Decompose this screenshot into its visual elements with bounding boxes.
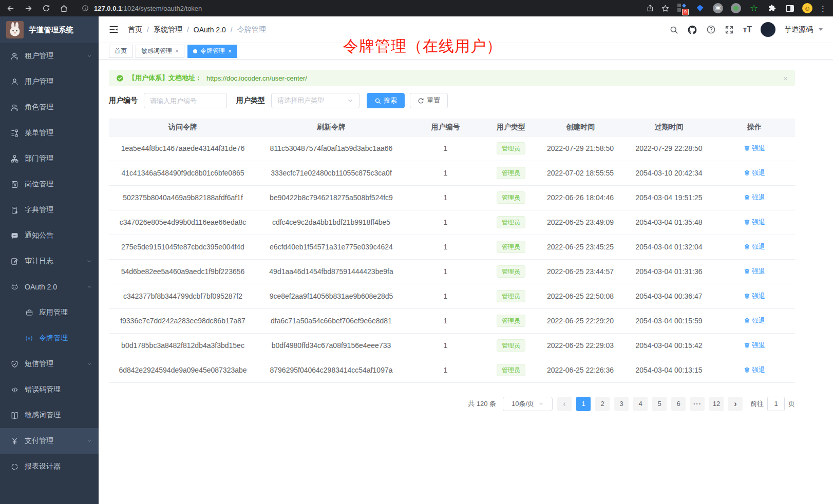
post-badge-icon xyxy=(10,180,19,189)
tab-首页[interactable]: 首页 xyxy=(109,45,132,58)
extension-recorder-icon[interactable] xyxy=(730,3,742,14)
sidebar-item-通知公告[interactable]: 通知公告 xyxy=(0,223,99,248)
doc-link[interactable]: https://doc.iocoder.cn/user-center/ xyxy=(206,74,307,82)
force-logout-button[interactable]: 强退 xyxy=(744,292,765,301)
bookmark-star-icon[interactable] xyxy=(661,4,670,13)
github-icon[interactable] xyxy=(687,25,697,35)
breadcrumb-item[interactable]: 首页 xyxy=(128,25,142,34)
sidebar-item-令牌管理[interactable]: A 令牌管理 xyxy=(0,325,99,351)
sensitive-word-icon xyxy=(10,411,19,420)
browser-back-icon[interactable] xyxy=(6,4,15,13)
sidebar-item-应用管理[interactable]: 应用管理 xyxy=(0,300,99,325)
search-button[interactable]: 搜索 xyxy=(367,93,405,108)
sidebar-item-菜单管理[interactable]: 菜单管理 xyxy=(0,120,99,146)
tab-close-icon[interactable]: × xyxy=(228,48,232,54)
extension-command-icon[interactable]: ⌘ xyxy=(712,3,724,14)
browser-home-icon[interactable] xyxy=(60,4,68,13)
chevron-down-icon[interactable] xyxy=(819,28,823,31)
refresh-token-cell: 811c530487574fa0af1a59d3abc1aa66 xyxy=(257,136,406,161)
force-logout-button[interactable]: 强退 xyxy=(744,267,765,276)
force-logout-button[interactable]: 强退 xyxy=(744,242,765,251)
browser-menu-icon[interactable]: ⋮ xyxy=(819,5,827,12)
extension-star-icon[interactable]: ☆ xyxy=(748,3,760,14)
tab-close-icon[interactable]: × xyxy=(175,48,179,54)
page-button-6[interactable]: 6 xyxy=(671,397,686,411)
goto-page-input[interactable] xyxy=(767,397,785,411)
tab-敏感词管理[interactable]: 敏感词管理 × xyxy=(136,45,184,58)
extension-gem-icon[interactable] xyxy=(694,3,706,14)
app-logo[interactable]: 芋道管理系统 xyxy=(0,16,99,43)
refresh-token-cell: cdfc4ce9c2da4bb1bdf21b9918ff4be5 xyxy=(257,210,406,235)
page-button-1[interactable]: 1 xyxy=(576,397,591,411)
sidebar-item-报表设计器[interactable]: 报表设计器 xyxy=(0,454,99,479)
force-logout-button[interactable]: 强退 xyxy=(744,193,765,202)
next-page-button[interactable]: › xyxy=(728,397,743,411)
sidebar-item-错误码管理[interactable]: 错误码管理 xyxy=(0,377,99,402)
user-type-badge: 管理员 xyxy=(497,191,525,204)
browser-reload-icon[interactable] xyxy=(42,4,50,12)
sidebar-item-审计日志[interactable]: 审计日志 xyxy=(0,248,99,274)
force-logout-button[interactable]: 强退 xyxy=(744,341,765,350)
column-header: 用户编号 xyxy=(406,119,485,136)
user-id-cell: 1 xyxy=(406,161,485,185)
created-time-cell: 2022-06-25 23:44:57 xyxy=(537,259,624,284)
fullscreen-icon[interactable] xyxy=(725,25,734,34)
page-button-2[interactable]: 2 xyxy=(595,397,610,411)
address-bar[interactable]: 127.0.0.1:1024/system/oauth2/token xyxy=(77,2,639,14)
sidebar-item-字典管理[interactable]: 字典管理 xyxy=(0,197,99,223)
reset-button[interactable]: 重置 xyxy=(410,93,448,108)
sidebar-collapse-icon[interactable] xyxy=(109,25,119,34)
extension-sidepanel-icon[interactable] xyxy=(784,3,796,14)
breadcrumb-item[interactable]: OAuth 2.0 xyxy=(194,26,226,34)
breadcrumb-item[interactable]: 系统管理 xyxy=(154,25,182,34)
user-type-badge: 管理员 xyxy=(497,339,525,352)
extension-puzzle-icon[interactable] xyxy=(766,3,778,14)
force-logout-button[interactable]: 强退 xyxy=(744,316,765,325)
trash-icon xyxy=(744,366,750,373)
browser-profile-avatar[interactable]: ☺ xyxy=(802,3,812,13)
search-icon[interactable] xyxy=(669,25,678,34)
sidebar-item-短信管理[interactable]: 短信管理 xyxy=(0,351,99,377)
browser-forward-icon[interactable] xyxy=(24,4,33,13)
sidebar-item-支付管理[interactable]: 支付管理 xyxy=(0,428,99,454)
tab-令牌管理[interactable]: 令牌管理 × xyxy=(187,45,237,58)
prev-page-button[interactable]: ‹ xyxy=(557,397,572,411)
page-button-4[interactable]: 4 xyxy=(633,397,648,411)
alert-close-icon[interactable]: × xyxy=(783,74,788,83)
force-logout-button[interactable]: 强退 xyxy=(744,218,765,227)
user-type-cell: 管理员 xyxy=(485,185,537,210)
sidebar-item-OAuth 2.0[interactable]: OAuth 2.0 xyxy=(0,274,99,300)
page-more-button[interactable]: ··· xyxy=(690,397,705,411)
sidebar-item-用户管理[interactable]: 用户管理 xyxy=(0,69,99,94)
force-logout-button[interactable]: 强退 xyxy=(744,168,765,178)
user-type-badge: 管理员 xyxy=(497,364,525,376)
sidebar-item-敏感词管理[interactable]: 敏感词管理 xyxy=(0,402,99,428)
help-icon[interactable] xyxy=(706,25,716,34)
access-token-cell: 41c41346a548490f9dc8b01c6bfe0865 xyxy=(109,161,257,185)
column-header: 创建时间 xyxy=(537,119,624,136)
force-logout-button[interactable]: 强退 xyxy=(744,365,765,375)
page-size-select[interactable]: 10条/页 xyxy=(503,397,553,411)
refresh-token-cell: dfa6c71a50a54c66bef706ef9e6e8d81 xyxy=(257,308,406,333)
share-icon[interactable] xyxy=(646,4,654,12)
page-button-5[interactable]: 5 xyxy=(652,397,667,411)
user-type-select[interactable]: 请选择用户类型 xyxy=(271,93,359,108)
trash-icon xyxy=(744,293,750,299)
expire-time-cell: 2054-03-04 00:13:15 xyxy=(624,358,714,382)
page-button-12[interactable]: 12 xyxy=(709,397,724,411)
expire-time-cell: 2054-03-04 00:15:42 xyxy=(624,333,714,358)
column-header: 用户类型 xyxy=(485,119,537,136)
extension-tampermonkey-icon[interactable]: 9 xyxy=(676,3,688,14)
force-logout-button[interactable]: 强退 xyxy=(744,144,765,153)
user-avatar[interactable] xyxy=(761,22,775,37)
font-size-icon[interactable]: тT xyxy=(743,25,752,34)
sidebar-item-部门管理[interactable]: 部门管理 xyxy=(0,146,99,171)
sidebar-item-租户管理[interactable]: 租户管理 xyxy=(0,43,99,69)
username[interactable]: 芋道源码 xyxy=(784,25,813,34)
sidebar-item-岗位管理[interactable]: 岗位管理 xyxy=(0,171,99,197)
page-button-3[interactable]: 3 xyxy=(614,397,629,411)
sidebar-item-角色管理[interactable]: 角色管理 xyxy=(0,94,99,120)
column-header: 过期时间 xyxy=(624,119,714,136)
user-id-input[interactable] xyxy=(144,93,227,108)
site-info-icon[interactable] xyxy=(82,5,89,12)
